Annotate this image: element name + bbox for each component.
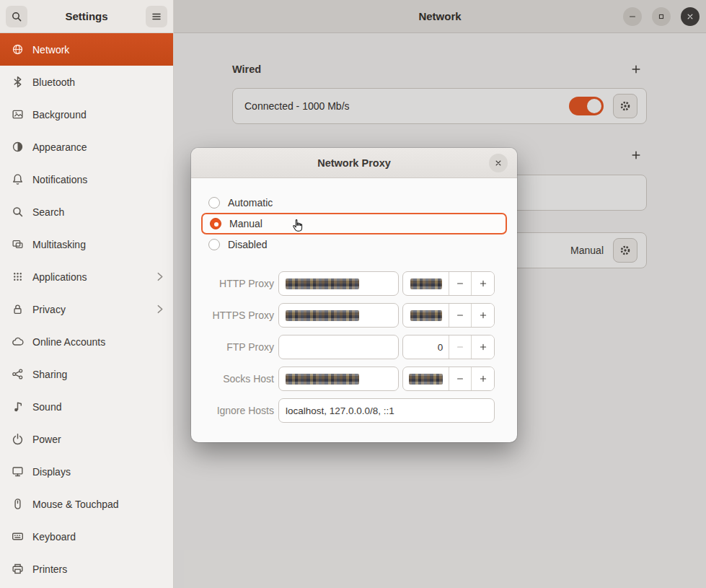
option-label: Manual bbox=[229, 218, 262, 229]
decrement-button[interactable] bbox=[449, 304, 472, 327]
proxy-form: HTTP Proxy HTTPS Proxy bbox=[191, 271, 517, 423]
dialog-close-button[interactable] bbox=[489, 154, 508, 172]
socks-host-input[interactable] bbox=[278, 367, 399, 391]
http-port-value[interactable] bbox=[403, 272, 449, 295]
https-port-spinbutton bbox=[402, 303, 495, 328]
monitor-icon bbox=[12, 465, 24, 478]
sidebar-item-displays[interactable]: Displays bbox=[0, 455, 173, 488]
sidebar-item-online-accounts[interactable]: Online Accounts bbox=[0, 325, 173, 358]
windows-icon bbox=[12, 238, 24, 250]
https-port-value[interactable] bbox=[403, 304, 449, 327]
https-proxy-label: HTTPS Proxy bbox=[203, 310, 274, 321]
http-proxy-input[interactable] bbox=[278, 271, 399, 296]
music-note-icon bbox=[12, 400, 24, 413]
sidebar-item-applications[interactable]: Applications bbox=[0, 260, 173, 293]
plus-icon bbox=[479, 279, 487, 288]
sidebar: Network Bluetooth Background Appearance … bbox=[0, 33, 174, 588]
sidebar-item-sound[interactable]: Sound bbox=[0, 390, 173, 423]
sidebar-item-label: Network bbox=[32, 44, 69, 56]
chevron-right-icon bbox=[154, 303, 166, 315]
palette-icon bbox=[12, 141, 24, 153]
ignore-hosts-input[interactable] bbox=[286, 405, 487, 416]
https-proxy-input[interactable] bbox=[278, 303, 399, 328]
proxy-mode-options: Automatic Manual Disabled bbox=[191, 193, 517, 255]
redacted-value bbox=[286, 374, 359, 385]
proxy-option-automatic[interactable]: Automatic bbox=[201, 193, 507, 213]
socks-host-label: Socks Host bbox=[203, 373, 274, 385]
port-number: 0 bbox=[438, 342, 444, 353]
sidebar-item-background[interactable]: Background bbox=[0, 98, 173, 131]
cloud-icon bbox=[12, 335, 24, 348]
ftp-proxy-row: FTP Proxy 0 bbox=[203, 335, 495, 359]
sidebar-item-label: Printers bbox=[32, 563, 67, 575]
redacted-value bbox=[410, 310, 442, 321]
sidebar-item-label: Search bbox=[32, 206, 64, 218]
lock-icon bbox=[12, 303, 24, 315]
proxy-option-disabled[interactable]: Disabled bbox=[201, 234, 507, 255]
option-label: Disabled bbox=[228, 239, 267, 250]
sidebar-item-keyboard[interactable]: Keyboard bbox=[0, 520, 173, 553]
sidebar-item-label: Keyboard bbox=[32, 531, 76, 543]
sidebar-item-label: Sharing bbox=[32, 369, 67, 380]
bluetooth-icon bbox=[12, 76, 24, 88]
increment-button[interactable] bbox=[472, 304, 494, 327]
network-icon bbox=[12, 43, 24, 56]
sidebar-item-label: Displays bbox=[32, 466, 71, 478]
network-proxy-dialog: Network Proxy Automatic Manual Disabled … bbox=[191, 148, 517, 442]
keyboard-icon bbox=[12, 530, 24, 543]
redacted-value bbox=[286, 278, 359, 289]
ftp-port-spinbutton: 0 bbox=[402, 335, 495, 359]
sidebar-item-power[interactable]: Power bbox=[0, 423, 173, 455]
menu-button[interactable] bbox=[146, 6, 167, 27]
sidebar-item-label: Online Accounts bbox=[32, 336, 105, 348]
sidebar-item-printers[interactable]: Printers bbox=[0, 553, 173, 585]
proxy-option-manual[interactable]: Manual bbox=[201, 213, 507, 234]
chevron-right-icon bbox=[154, 271, 166, 283]
ftp-proxy-input[interactable] bbox=[278, 335, 399, 359]
plus-icon bbox=[479, 374, 487, 383]
sidebar-item-search[interactable]: Search bbox=[0, 196, 173, 228]
decrement-button[interactable] bbox=[449, 272, 472, 295]
dialog-title: Network Proxy bbox=[317, 157, 391, 169]
increment-button[interactable] bbox=[472, 272, 494, 295]
sidebar-item-label: Background bbox=[32, 109, 87, 120]
increment-button[interactable] bbox=[472, 367, 494, 390]
sidebar-titlebar: Settings bbox=[0, 0, 174, 33]
https-proxy-row: HTTPS Proxy bbox=[203, 303, 495, 328]
sidebar-item-label: Sound bbox=[32, 401, 61, 413]
radio-automatic bbox=[208, 197, 220, 209]
decrement-button[interactable] bbox=[449, 335, 472, 359]
option-label: Automatic bbox=[228, 197, 273, 209]
printer-icon bbox=[12, 563, 24, 575]
decrement-button[interactable] bbox=[449, 367, 472, 390]
sidebar-item-sharing[interactable]: Sharing bbox=[0, 358, 173, 390]
search-button[interactable] bbox=[6, 6, 27, 27]
redacted-value bbox=[286, 310, 359, 321]
sidebar-item-label: Applications bbox=[32, 271, 87, 283]
ftp-port-value[interactable]: 0 bbox=[403, 335, 449, 359]
settings-window: Settings Network Network Bluetooth Backg… bbox=[0, 0, 706, 588]
sidebar-item-multitasking[interactable]: Multitasking bbox=[0, 228, 173, 260]
sidebar-item-label: Mouse & Touchpad bbox=[32, 499, 119, 510]
picture-icon bbox=[12, 108, 24, 120]
ftp-proxy-label: FTP Proxy bbox=[203, 341, 274, 353]
plus-icon bbox=[479, 311, 487, 320]
sidebar-item-notifications[interactable]: Notifications bbox=[0, 163, 173, 196]
mouse-icon bbox=[12, 498, 24, 510]
minus-icon bbox=[456, 374, 464, 383]
increment-button[interactable] bbox=[472, 335, 494, 359]
sidebar-item-privacy[interactable]: Privacy bbox=[0, 293, 173, 325]
app-grid-icon bbox=[12, 271, 24, 283]
sidebar-item-appearance[interactable]: Appearance bbox=[0, 131, 173, 163]
redacted-value bbox=[410, 278, 442, 289]
search-icon bbox=[11, 11, 22, 22]
sidebar-item-network[interactable]: Network bbox=[0, 33, 173, 66]
socks-port-value[interactable] bbox=[403, 367, 449, 390]
http-proxy-row: HTTP Proxy bbox=[203, 271, 495, 296]
sidebar-item-bluetooth[interactable]: Bluetooth bbox=[0, 66, 173, 98]
sidebar-item-label: Bluetooth bbox=[32, 76, 75, 88]
close-icon bbox=[494, 159, 503, 167]
socks-host-row: Socks Host bbox=[203, 367, 495, 391]
sidebar-item-mouse-touchpad[interactable]: Mouse & Touchpad bbox=[0, 488, 173, 520]
radio-manual-selected bbox=[210, 218, 221, 229]
